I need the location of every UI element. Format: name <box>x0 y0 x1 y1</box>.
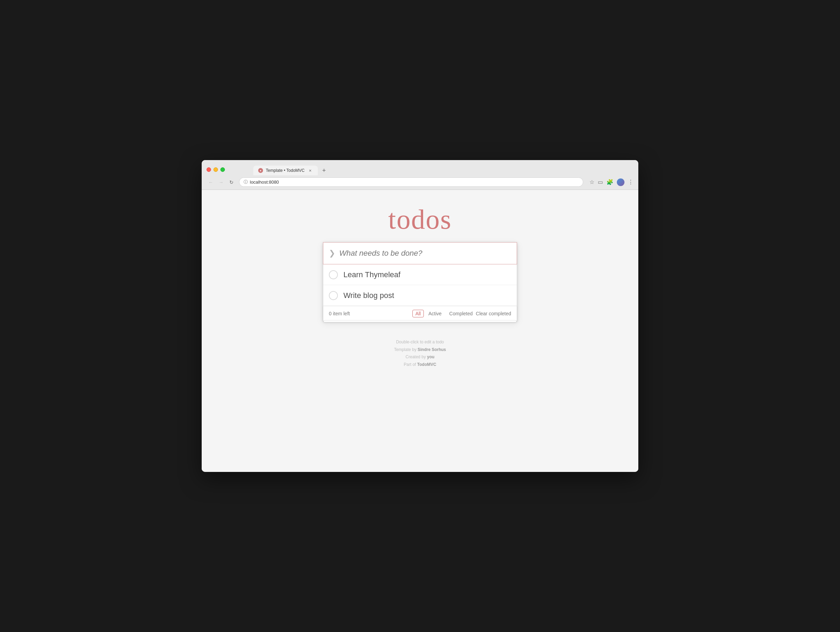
filter-all-button[interactable]: All <box>412 310 424 318</box>
url-bar[interactable]: ⓘ localhost:8080 <box>239 177 583 187</box>
todo-item: Write blog post <box>323 285 517 306</box>
filter-buttons: All Active Completed <box>412 310 476 318</box>
toggle-all-button[interactable]: ❯ <box>329 249 335 258</box>
browser-actions: ☆ ▭ 🧩 ⋮ <box>589 179 633 186</box>
traffic-lights <box>207 167 225 172</box>
footer-created-by: Created by <box>406 354 427 359</box>
extensions-button[interactable]: 🧩 <box>606 179 613 185</box>
clear-completed-button[interactable]: Clear completed <box>476 311 511 316</box>
forward-button[interactable]: → <box>217 178 225 186</box>
footer-created-author-link[interactable]: you <box>427 354 434 359</box>
todo-input-area: ❯ <box>323 242 517 264</box>
back-button[interactable]: ← <box>207 178 215 186</box>
cast-button[interactable]: ▭ <box>598 179 603 185</box>
nav-buttons: ← → ↻ <box>207 178 236 186</box>
title-bar: ● Template • TodoMVC ✕ + <box>202 160 638 175</box>
tab-title: Template • TodoMVC <box>266 168 305 173</box>
url-text: localhost:8080 <box>250 180 279 185</box>
todo-app: ❯ Learn Thymeleaf Write blog post 0 item… <box>323 242 517 321</box>
footer-created: Created by you <box>394 354 446 361</box>
footer-template: Template by Sindre Sorhus <box>394 346 446 354</box>
reload-button[interactable]: ↻ <box>227 178 236 186</box>
url-security-icon: ⓘ <box>244 179 248 185</box>
footer-template-by: Template by <box>394 347 418 352</box>
item-count: 0 item left <box>329 311 412 316</box>
footer-hint: Double-click to edit a todo <box>394 338 446 346</box>
todo-label-1: Learn Thymeleaf <box>343 270 511 279</box>
new-tab-button[interactable]: + <box>319 166 329 175</box>
footer-part: Part of TodoMVC <box>394 361 446 369</box>
page-content: todos ❯ Learn Thymeleaf Write blog post <box>202 190 638 472</box>
footer-part-of: Part of <box>404 362 417 367</box>
app-title: todos <box>388 204 452 235</box>
todo-item: Learn Thymeleaf <box>323 264 517 285</box>
maximize-window-button[interactable] <box>220 167 225 172</box>
filter-active-button[interactable]: Active <box>425 310 445 318</box>
minimize-window-button[interactable] <box>213 167 218 172</box>
tabs-bar: ● Template • TodoMVC ✕ + <box>248 164 334 175</box>
browser-tab[interactable]: ● Template • TodoMVC ✕ <box>253 166 318 175</box>
footer-info: Double-click to edit a todo Template by … <box>394 338 446 368</box>
todo-footer: 0 item left All Active Completed Clear c… <box>323 306 517 321</box>
todo-label-2: Write blog post <box>343 291 511 300</box>
address-bar: ← → ↻ ⓘ localhost:8080 ☆ ▭ 🧩 ⋮ <box>202 175 638 190</box>
browser-chrome: ● Template • TodoMVC ✕ + ← → ↻ ⓘ localho… <box>202 160 638 190</box>
tab-close-button[interactable]: ✕ <box>307 168 313 173</box>
todo-list: Learn Thymeleaf Write blog post <box>323 264 517 306</box>
close-window-button[interactable] <box>207 167 211 172</box>
browser-window: ● Template • TodoMVC ✕ + ← → ↻ ⓘ localho… <box>202 160 638 472</box>
new-todo-input[interactable] <box>339 249 511 258</box>
todo-checkbox-1[interactable] <box>329 270 338 279</box>
footer-template-author-link[interactable]: Sindre Sorhus <box>418 347 446 352</box>
bookmark-button[interactable]: ☆ <box>589 179 594 185</box>
filter-completed-button[interactable]: Completed <box>446 310 476 318</box>
todo-checkbox-2[interactable] <box>329 291 338 300</box>
menu-button[interactable]: ⋮ <box>628 179 633 185</box>
profile-icon[interactable] <box>617 179 624 186</box>
tab-favicon-icon: ● <box>258 168 263 173</box>
footer-todomvc-link[interactable]: TodoMVC <box>417 362 436 367</box>
